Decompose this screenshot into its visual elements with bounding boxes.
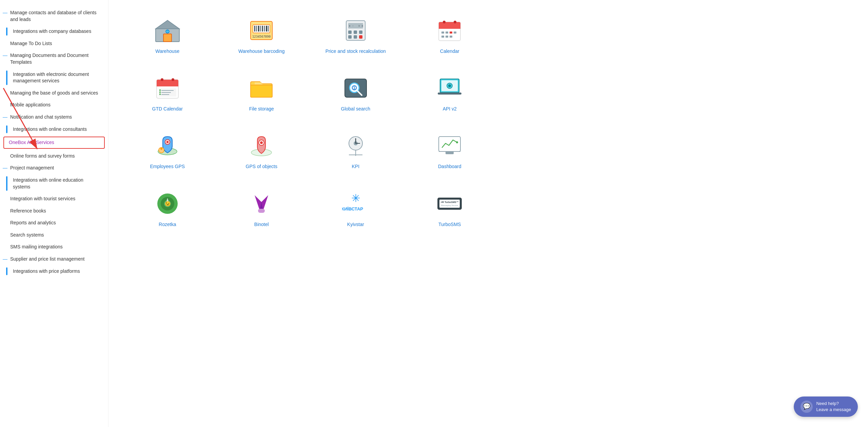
sidebar-item-online-consultants[interactable]: Integrations with online consultants: [0, 123, 108, 136]
svg-rect-13: [262, 26, 263, 32]
sidebar: Manage contacts and database of clients …: [0, 0, 108, 427]
dashboard-icon: [434, 132, 465, 159]
sidebar-item-contacts[interactable]: Manage contacts and database of clients …: [0, 7, 108, 25]
sidebar-item-search[interactable]: Search systems: [0, 229, 108, 241]
sidebar-item-online-edu[interactable]: Integrations with online education syste…: [0, 174, 108, 193]
svg-text:1234567890: 1234567890: [252, 35, 271, 38]
app-card-global-search[interactable]: 1 Global search: [310, 68, 401, 119]
app-label-warehouse-barcoding: Warehouse barcoding: [238, 48, 284, 54]
svg-rect-22: [359, 30, 362, 34]
svg-rect-25: [359, 35, 362, 39]
chat-button[interactable]: 💬 Need help? Leave a message: [794, 396, 858, 417]
app-label-binotel: Binotel: [254, 221, 269, 227]
app-label-calendar: Calendar: [440, 48, 459, 54]
svg-rect-6: [166, 30, 169, 32]
laptop-icon: [434, 75, 465, 102]
svg-text:Messaging Service: Messaging Service: [441, 204, 458, 206]
sidebar-item-integrations-company[interactable]: Integrations with company databases: [0, 25, 108, 38]
svg-rect-49: [159, 89, 161, 91]
sidebar-item-todo[interactable]: Manage To Do Lists: [0, 38, 108, 50]
sidebar-item-supplier[interactable]: Supplier and price list management: [0, 253, 108, 265]
main-content: Warehouse 1234567890 Warehouse barcoding…: [108, 0, 868, 427]
svg-rect-42: [157, 85, 178, 86]
sidebar-item-reference[interactable]: Reference books: [0, 205, 108, 217]
svg-rect-34: [446, 32, 448, 34]
sidebar-item-mobile[interactable]: Mobile applications: [0, 99, 108, 111]
kyivstar-icon: ✳ КИЇВСТАР: [340, 190, 371, 217]
svg-rect-63: [438, 93, 461, 95]
svg-point-82: [456, 141, 458, 143]
app-card-kpi[interactable]: KPI: [310, 125, 401, 176]
chat-line1: Need help?: [816, 401, 851, 407]
svg-rect-33: [441, 32, 444, 34]
app-label-dashboard: Dashboard: [438, 163, 461, 169]
app-card-warehouse[interactable]: Warehouse: [122, 10, 213, 61]
binotel-icon: [246, 190, 277, 217]
app-label-gtd-calendar: GTD Calendar: [152, 106, 183, 112]
svg-rect-21: [354, 30, 357, 34]
svg-point-44: [172, 78, 174, 81]
sidebar-item-onebox-api[interactable]: OneBox API Services: [3, 137, 105, 149]
app-label-rozetka: Rozetka: [159, 221, 176, 227]
svg-rect-24: [354, 35, 357, 39]
app-label-file-storage: File storage: [249, 106, 274, 112]
sidebar-item-edm[interactable]: Integration with electronic document man…: [0, 68, 108, 87]
app-card-dashboard[interactable]: Dashboard: [405, 125, 495, 176]
svg-rect-20: [348, 30, 352, 34]
svg-rect-36: [454, 32, 456, 34]
app-card-calendar[interactable]: Calendar: [405, 10, 495, 61]
app-card-employees-gps[interactable]: Employees GPS: [122, 125, 213, 176]
sidebar-item-goods[interactable]: Managing the base of goods and services: [0, 87, 108, 99]
app-label-api-v2: API v2: [443, 106, 457, 112]
gps-objects-icon: [246, 132, 277, 159]
app-card-turbosms[interactable]: ≡✉ TurboSMS™ Messaging Service TurboSMS: [405, 183, 495, 234]
app-label-kyivstar: Kyivstar: [347, 221, 364, 227]
svg-rect-39: [450, 36, 452, 38]
svg-rect-88: [258, 209, 265, 213]
svg-rect-23: [348, 35, 352, 39]
app-card-file-storage[interactable]: File storage: [216, 68, 307, 119]
employees-gps-icon: [152, 132, 183, 159]
sidebar-item-tourist[interactable]: Integration with tourist services: [0, 193, 108, 205]
svg-point-66: [166, 141, 169, 143]
sidebar-item-documents[interactable]: Managing Documents and Document Template…: [0, 49, 108, 68]
svg-marker-3: [156, 20, 179, 29]
sidebar-item-online-forms[interactable]: Online forms and survey forms: [0, 150, 108, 162]
app-card-gps-objects[interactable]: GPS of objects: [216, 125, 307, 176]
app-card-api-v2[interactable]: API v2: [405, 68, 495, 119]
kpi-icon: [340, 132, 371, 159]
chat-icon: 💬: [801, 401, 813, 413]
app-card-kyivstar[interactable]: ✳ КИЇВСТАР Kyivstar: [310, 183, 401, 234]
sidebar-item-notifications[interactable]: Notification and chat systems: [0, 111, 108, 123]
app-card-gtd-calendar[interactable]: GTD Calendar: [122, 68, 213, 119]
svg-text:КИЇВСТАР: КИЇВСТАР: [342, 206, 363, 211]
svg-point-68: [160, 148, 162, 150]
app-card-binotel[interactable]: Binotel: [216, 183, 307, 234]
sidebar-item-reports[interactable]: Reports and analytics: [0, 217, 108, 229]
app-card-rozetka[interactable]: 😉 Rozetka: [122, 183, 213, 234]
sidebar-item-project-mgmt[interactable]: Project management: [0, 162, 108, 174]
sidebar-item-sms[interactable]: SMS mailing integrations: [0, 241, 108, 253]
app-card-warehouse-barcoding[interactable]: 1234567890 Warehouse barcoding: [216, 10, 307, 61]
app-card-price-stock[interactable]: + - ÷ = Price and stock recalculation: [310, 10, 401, 61]
app-label-employees-gps: Employees GPS: [150, 163, 185, 169]
svg-rect-81: [446, 151, 454, 154]
app-grid: Warehouse 1234567890 Warehouse barcoding…: [122, 10, 495, 234]
search-icon: 1: [340, 75, 371, 102]
svg-rect-51: [159, 94, 161, 95]
warehouse-icon: [152, 17, 183, 44]
rozetka-icon: 😉: [152, 190, 183, 217]
svg-rect-8: [253, 25, 270, 33]
svg-rect-35: [450, 32, 452, 34]
svg-rect-10: [256, 26, 257, 32]
svg-rect-15: [266, 26, 267, 32]
svg-rect-50: [159, 92, 161, 93]
svg-rect-9: [254, 26, 255, 32]
svg-rect-52: [251, 85, 272, 97]
app-label-global-search: Global search: [341, 106, 370, 112]
app-label-price-stock: Price and stock recalculation: [326, 48, 386, 54]
svg-rect-11: [258, 26, 259, 32]
svg-text:+  -: + -: [349, 24, 354, 27]
svg-point-71: [260, 141, 263, 144]
sidebar-item-price-platforms[interactable]: Integrations with price platforms: [0, 265, 108, 278]
